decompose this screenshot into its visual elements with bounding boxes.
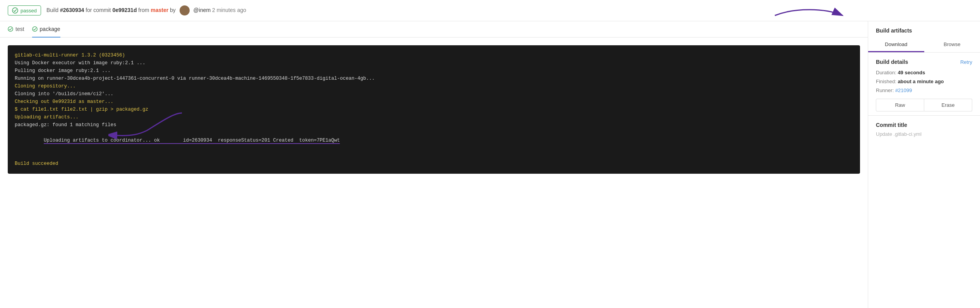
check-circle-icon (12, 7, 18, 14)
retry-button[interactable]: Retry (960, 59, 972, 65)
page-wrapper: passed Build #2630934 for commit 0e99231… (0, 0, 980, 308)
erase-button[interactable]: Erase (924, 99, 972, 111)
artifact-tab-browse[interactable]: Browse (924, 38, 980, 52)
terminal-line-8: Uploading artifacts... (15, 113, 853, 121)
raw-button[interactable]: Raw (876, 99, 924, 111)
svg-point-0 (12, 8, 18, 13)
tab-package-label: package (40, 26, 60, 32)
terminal-line-6: Checking out 0e99231d as master... (15, 98, 853, 106)
tabs-bar: test package (0, 21, 868, 38)
action-buttons: Raw Erase (876, 99, 972, 111)
terminal-line-4: Cloning repository... (15, 82, 853, 90)
build-details-title: Build details (876, 59, 908, 65)
status-badge: passed (8, 5, 41, 15)
terminal-line-9: packaged.gz: found 1 matching files (15, 121, 853, 129)
terminal-output: gitlab-ci-multi-runner 1.3.2 (0323456) U… (8, 45, 860, 174)
header-text: Build #2630934 for commit 0e99231d from … (46, 5, 246, 15)
terminal-line-5: Cloning into '/builds/inem/ci2'... (15, 90, 853, 98)
commit-message: Update .gitlab-ci.yml (876, 131, 972, 137)
time-ago: 2 minutes ago (212, 7, 246, 13)
svg-point-2 (8, 27, 13, 31)
branch-name: master (151, 7, 168, 13)
commit-section: Commit title Update .gitlab-ci.yml (868, 115, 980, 141)
tab-package[interactable]: package (32, 21, 60, 38)
artifact-tabs: Download Browse (868, 38, 980, 53)
artifacts-section-header: Build artifacts (868, 21, 980, 38)
terminal-line-3: Running on runner-30dcea4b-project-14473… (15, 75, 853, 82)
main-content: test package gitlab-ci-multi-runner 1.3.… (0, 21, 980, 308)
terminal-line-0: gitlab-ci-multi-runner 1.3.2 (0323456) (15, 51, 853, 59)
commit-section-title: Commit title (876, 122, 972, 128)
build-details-section: Build details Retry Duration: 49 seconds… (868, 53, 980, 115)
terminal-line-7: $ cat file1.txt file2.txt | gzip > packa… (15, 106, 853, 113)
terminal-line-11 (15, 152, 853, 160)
check-circle-small-icon (8, 26, 13, 32)
commit-hash: 0e99231d (112, 7, 137, 13)
status-label: passed (21, 8, 37, 14)
finished-value: about a minute ago (898, 79, 944, 84)
runner-link[interactable]: #21099 (895, 87, 912, 93)
terminal-line-1: Using Docker executor with image ruby:2.… (15, 59, 853, 67)
terminal-line-2: Pulling docker image ruby:2.1 ... (15, 67, 853, 75)
terminal-line-10: Uploading artifacts to coordinator... ok… (15, 129, 853, 152)
duration-value: 49 seconds (898, 70, 925, 75)
svg-point-3 (32, 27, 37, 31)
build-number: #2630934 (60, 7, 84, 13)
right-panel: Build artifacts Download Browse Build de… (868, 21, 980, 308)
runner-row: Runner: #21099 (876, 87, 972, 93)
tab-test-label: test (15, 26, 24, 32)
uploading-artifacts-line: Uploading artifacts to coordinator... ok… (44, 138, 340, 144)
header-bar: passed Build #2630934 for commit 0e99231… (0, 0, 980, 21)
username: @inem (194, 7, 211, 13)
left-panel: test package gitlab-ci-multi-runner 1.3.… (0, 21, 868, 308)
terminal-line-12: Build succeeded (15, 160, 853, 168)
artifact-tab-download[interactable]: Download (868, 38, 924, 52)
duration-row: Duration: 49 seconds (876, 70, 972, 75)
tab-test[interactable]: test (8, 21, 24, 38)
avatar (180, 5, 190, 15)
details-header-row: Build details Retry (876, 59, 972, 65)
finished-row: Finished: about a minute ago (876, 79, 972, 84)
check-circle-active-icon (32, 26, 38, 32)
